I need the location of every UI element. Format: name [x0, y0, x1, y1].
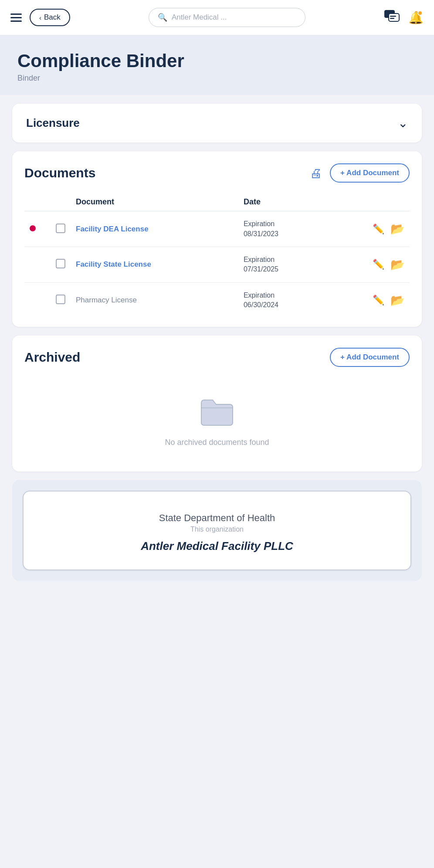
row1-folder-icon[interactable]: 📂: [390, 222, 404, 236]
row2-checkbox-cell: [51, 247, 71, 282]
alert-dot-icon: [30, 225, 36, 231]
col-checkbox: [51, 193, 71, 211]
table-row: Facility DEA License Expiration08/31/202…: [24, 211, 410, 247]
row3-checkbox[interactable]: [56, 295, 65, 304]
row2-status-cell: [24, 247, 51, 282]
print-icon[interactable]: 🖨: [310, 166, 322, 180]
chat-icon-wrap[interactable]: [384, 10, 400, 25]
preview-outer: State Department of Health This organiza…: [12, 480, 422, 581]
svg-rect-2: [390, 16, 396, 17]
archived-card: Archived + Add Document No archived docu…: [12, 336, 422, 471]
hamburger-icon[interactable]: [10, 14, 22, 22]
archived-add-document-button[interactable]: + Add Document: [330, 348, 410, 367]
search-icon: 🔍: [158, 13, 167, 22]
licensure-accordion-header[interactable]: Licensure ⌄: [12, 104, 422, 142]
row3-folder-icon[interactable]: 📂: [390, 294, 404, 307]
documents-card: Documents 🖨 + Add Document Document Date: [12, 151, 422, 326]
notification-dot: [417, 10, 423, 16]
documents-title: Documents: [24, 166, 95, 180]
header-center: 🔍 Antler Medical ...: [70, 8, 384, 27]
preview-org-name: State Department of Health: [41, 512, 393, 524]
page-title-section: Compliance Binder Binder: [0, 35, 434, 95]
row2-name-cell: Facility State License: [71, 247, 238, 282]
back-chevron-icon: ‹: [39, 14, 41, 21]
preview-card: State Department of Health This organiza…: [23, 491, 411, 570]
row3-status-cell: [24, 282, 51, 318]
row1-doc-name[interactable]: Facility DEA License: [76, 225, 149, 233]
row1-status-cell: [24, 211, 51, 247]
row2-date-cell: Expiration07/31/2025: [238, 247, 327, 282]
row3-date-cell: Expiration06/30/2024: [238, 282, 327, 318]
row2-actions: ✏️ 📂: [332, 258, 404, 271]
licensure-title: Licensure: [26, 116, 80, 130]
back-button-label: Back: [44, 13, 61, 22]
row3-doc-date: Expiration06/30/2024: [244, 292, 278, 309]
row3-edit-icon[interactable]: ✏️: [373, 295, 384, 306]
add-document-button[interactable]: + Add Document: [330, 163, 410, 183]
empty-folder-icon: [200, 396, 234, 432]
row2-doc-date: Expiration07/31/2025: [244, 256, 278, 273]
row1-edit-icon[interactable]: ✏️: [373, 224, 384, 235]
row1-checkbox-cell: [51, 211, 71, 247]
row1-actions-cell: ✏️ 📂: [327, 211, 410, 247]
row2-checkbox[interactable]: [56, 259, 65, 268]
table-row: Pharmacy License Expiration06/30/2024 ✏️…: [24, 282, 410, 318]
header-right: 🔔: [384, 10, 424, 25]
archived-card-header: Archived + Add Document: [24, 348, 410, 367]
preview-org-label: This organization: [41, 526, 393, 533]
documents-actions: 🖨 + Add Document: [310, 163, 410, 183]
row2-edit-icon[interactable]: ✏️: [373, 259, 384, 270]
header: ‹ Back 🔍 Antler Medical ... 🔔: [0, 0, 434, 35]
page-title: Compliance Binder: [17, 51, 417, 71]
main-content: Licensure ⌄ Documents 🖨 + Add Document D…: [0, 95, 434, 589]
header-left: ‹ Back: [10, 9, 70, 26]
svg-rect-1: [389, 14, 399, 21]
page-subtitle: Binder: [17, 74, 417, 83]
col-document: Document: [71, 193, 238, 211]
row3-checkbox-cell: [51, 282, 71, 318]
row1-date-cell: Expiration08/31/2023: [238, 211, 327, 247]
row1-actions: ✏️ 📂: [332, 222, 404, 236]
search-bar[interactable]: 🔍 Antler Medical ...: [149, 8, 305, 27]
col-date: Date: [238, 193, 327, 211]
chevron-down-icon: ⌄: [398, 116, 408, 130]
empty-folder-area: No archived documents found: [24, 383, 410, 456]
row3-doc-name[interactable]: Pharmacy License: [76, 296, 137, 304]
archived-title: Archived: [24, 350, 80, 365]
table-row: Facility State License Expiration07/31/2…: [24, 247, 410, 282]
row3-actions: ✏️ 📂: [332, 294, 404, 307]
chat-icon: [384, 10, 400, 24]
back-button[interactable]: ‹ Back: [30, 9, 70, 26]
notification-icon-wrap[interactable]: 🔔: [408, 10, 424, 25]
col-status: [24, 193, 51, 211]
svg-rect-3: [390, 18, 394, 19]
row2-folder-icon[interactable]: 📂: [390, 258, 404, 271]
search-input-text: Antler Medical ...: [172, 13, 227, 22]
licensure-section: Licensure ⌄: [12, 104, 422, 142]
row2-doc-name[interactable]: Facility State License: [76, 260, 151, 268]
documents-table: Document Date Facility DEA License: [24, 193, 410, 318]
empty-folder-text: No archived documents found: [165, 438, 269, 447]
row3-name-cell: Pharmacy License: [71, 282, 238, 318]
col-actions: [327, 193, 410, 211]
row2-actions-cell: ✏️ 📂: [327, 247, 410, 282]
documents-card-header: Documents 🖨 + Add Document: [24, 163, 410, 183]
preview-facility-name: Antler Medical Facility PLLC: [41, 539, 393, 553]
row1-name-cell: Facility DEA License: [71, 211, 238, 247]
row1-doc-date: Expiration08/31/2023: [244, 220, 278, 237]
row3-actions-cell: ✏️ 📂: [327, 282, 410, 318]
row1-checkbox[interactable]: [56, 224, 65, 233]
